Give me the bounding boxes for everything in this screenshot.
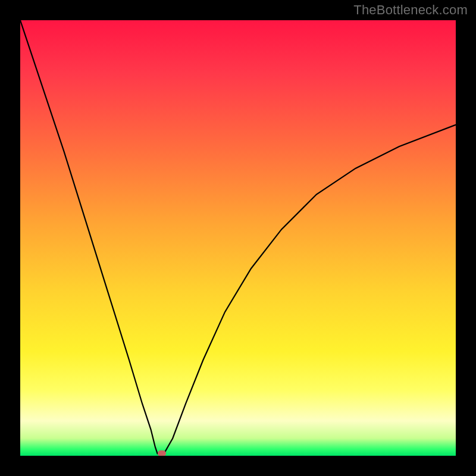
bottleneck-curve — [20, 20, 456, 456]
chart-frame: TheBottleneck.com — [0, 0, 476, 476]
plot-area — [20, 20, 456, 456]
optimum-marker — [158, 450, 166, 456]
watermark-text: TheBottleneck.com — [353, 2, 468, 18]
